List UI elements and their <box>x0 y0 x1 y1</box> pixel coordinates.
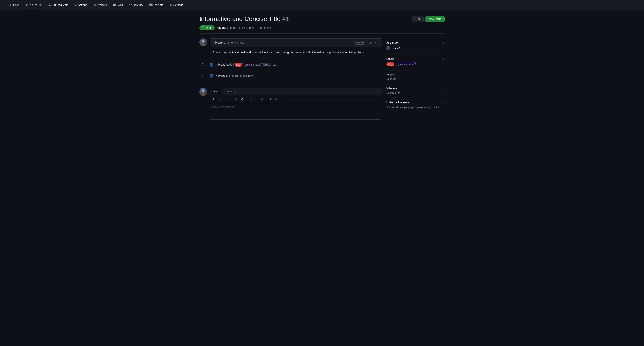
code-icon: </> <box>8 3 12 6</box>
bug-label-tag: bug <box>235 63 242 67</box>
sidebar-labels-title: Labels <box>386 58 394 60</box>
emoji-button[interactable]: ☺ <box>368 40 372 45</box>
assign-activity-icon <box>199 72 207 80</box>
sidebar-linked-prs-header[interactable]: Linked pull requests ⚙ <box>386 101 445 104</box>
activity-assign-author: njlyon0 <box>216 74 226 78</box>
sidebar-assignees-content: njlyon0 <box>386 46 445 50</box>
nav-item-projects[interactable]: ⊞ Projects <box>90 0 110 10</box>
write-tab[interactable]: Write <box>210 88 222 95</box>
pull-requests-icon <box>48 3 51 6</box>
sidebar-milestone-content: No milestone <box>386 92 445 94</box>
labels-gear-icon[interactable]: ⚙ <box>442 58 445 60</box>
linked-prs-text: Successfully merging a pull request may … <box>386 106 441 109</box>
nav-label-insights: Insights <box>154 3 163 6</box>
edit-button[interactable]: Edit <box>412 16 424 22</box>
comment-textarea[interactable] <box>210 103 382 119</box>
issue-author: njlyon0 <box>217 26 226 29</box>
comment-form-avatar <box>199 88 207 96</box>
nav-item-issues[interactable]: ⊙ Issues 1 <box>23 0 46 10</box>
issue-title: Informative and Concise Title #1 <box>199 15 289 23</box>
sidebar-projects-section: Projects ⚙ None yet <box>386 70 445 84</box>
activity-labels-author: njlyon0 <box>216 63 226 66</box>
open-dot-icon <box>202 26 204 29</box>
ordered-list-button[interactable]: 1. <box>254 96 258 101</box>
nav-label-projects: Projects <box>97 3 107 6</box>
code-button[interactable]: <> <box>234 96 239 101</box>
nav-label-code: Code <box>13 3 20 6</box>
assignee-name: njlyon0 <box>392 47 400 50</box>
nav-label-actions: Actions <box>78 3 87 6</box>
nav-item-actions[interactable]: ▶ Actions <box>72 0 90 10</box>
projects-icon: ⊞ <box>94 3 96 6</box>
thread-container: njlyon0 commented now Member ☺ ··· Furth… <box>199 38 382 120</box>
status-row: Open njlyon0 opened this issue now · 0 c… <box>199 25 445 34</box>
nav-item-insights[interactable]: 📈 Insights <box>146 0 166 10</box>
preview-tab[interactable]: Preview <box>222 88 238 95</box>
nav-item-wiki[interactable]: 📖 Wiki <box>110 0 126 10</box>
more-options-button[interactable]: ··· <box>374 40 378 45</box>
form-tabs: Write Preview <box>210 88 382 95</box>
sidebar-milestone-section: Milestone ⚙ No milestone <box>386 84 445 98</box>
settings-icon: ⚙ <box>170 3 172 6</box>
open-badge: Open <box>199 25 215 30</box>
sidebar-projects-content: None yet <box>386 78 445 80</box>
comment-wrapper: njlyon0 commented now Member ☺ ··· Furth… <box>199 38 382 58</box>
issues-badge: 1 <box>38 3 42 6</box>
italic-button[interactable]: I <box>222 96 226 101</box>
sidebar-good-first-issue-label: good first issue <box>396 62 416 66</box>
title-row: Informative and Concise Title #1 Edit Ne… <box>199 15 445 23</box>
comment-header-right: Member ☺ ··· <box>354 40 378 45</box>
comment-body: Further explanation of task and (potenti… <box>210 47 382 58</box>
comment-header-left: njlyon0 commented now <box>213 41 244 44</box>
linked-prs-gear-icon[interactable]: ⚙ <box>442 101 445 104</box>
nav-item-pull-requests[interactable]: Pull requests <box>46 0 72 10</box>
activity-assign-text: njlyon0 self-assigned this now <box>216 74 254 78</box>
thread-line <box>206 50 206 120</box>
comment-header: njlyon0 commented now Member ☺ ··· <box>210 38 382 47</box>
quote-button[interactable]: ≡ <box>226 96 230 101</box>
nav-item-settings[interactable]: ⚙ Settings <box>166 0 186 10</box>
sidebar-labels-section: Labels ⚙ bug good first issue <box>386 54 445 70</box>
assignee-avatar <box>386 46 390 50</box>
undo-button[interactable]: ↩ <box>279 96 284 101</box>
sidebar-assignees-title: Assignees <box>386 42 398 44</box>
bold-button[interactable]: B <box>217 96 222 101</box>
sidebar-milestone-header[interactable]: Milestone ⚙ <box>386 87 445 90</box>
sidebar-linked-prs-title: Linked pull requests <box>386 101 410 104</box>
sidebar-assignees-header[interactable]: Assignees ⚙ <box>386 42 445 45</box>
nav-item-security[interactable]: 🛡 Security <box>126 0 146 10</box>
comment-form: Write Preview H B I ≡ <> 🔗 ≡ <box>210 88 382 120</box>
nav-label-security: Security <box>133 3 143 6</box>
issues-icon: ⊙ <box>26 3 28 6</box>
form-toolbar: H B I ≡ <> 🔗 ≡ 1. ☑ @ <box>210 95 382 103</box>
nav-label-wiki: Wiki <box>118 3 123 6</box>
comment-box: njlyon0 commented now Member ☺ ··· Furth… <box>210 38 382 58</box>
avatar-image <box>199 38 207 46</box>
issue-meta: njlyon0 opened this issue now · 0 commen… <box>217 26 272 29</box>
milestone-none: No milestone <box>386 92 400 94</box>
task-list-button[interactable]: ☑ <box>259 96 264 101</box>
reference-button[interactable]: ↺ <box>274 96 278 101</box>
sidebar-labels-content: bug good first issue <box>386 62 445 66</box>
assign-activity-item: njlyon0 self-assigned this now <box>199 72 382 80</box>
security-icon: 🛡 <box>129 3 132 6</box>
sidebar-projects-header[interactable]: Projects ⚙ <box>386 73 445 76</box>
assignees-gear-icon[interactable]: ⚙ <box>442 42 445 45</box>
sidebar-projects-title: Projects <box>386 73 396 76</box>
title-actions: Edit New issue <box>412 16 445 22</box>
nav-item-code[interactable]: </> Code <box>5 0 23 10</box>
assign-avatar <box>210 74 214 78</box>
sidebar-linked-prs-content: Successfully merging a pull request may … <box>386 106 445 109</box>
comment-author: njlyon0 <box>213 41 222 44</box>
link-button[interactable]: 🔗 <box>240 96 246 101</box>
mention-button[interactable]: @ <box>268 96 273 101</box>
unordered-list-button[interactable]: ≡ <box>249 96 253 101</box>
milestone-gear-icon[interactable]: ⚙ <box>442 87 445 90</box>
projects-gear-icon[interactable]: ⚙ <box>442 73 445 76</box>
toolbar-sep-2 <box>247 97 248 100</box>
sidebar-linked-prs-section: Linked pull requests ⚙ Successfully merg… <box>386 98 445 112</box>
section-divider <box>199 84 382 84</box>
new-issue-button[interactable]: New issue <box>425 16 445 22</box>
heading-button[interactable]: H <box>212 96 216 101</box>
sidebar-labels-header[interactable]: Labels ⚙ <box>386 58 445 60</box>
